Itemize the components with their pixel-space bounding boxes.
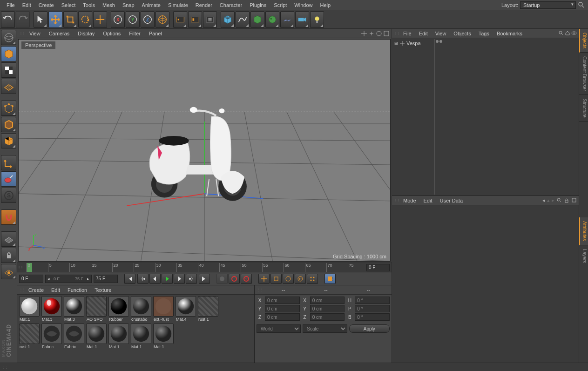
vp-maximize-icon[interactable] (383, 30, 390, 37)
end-frame-input[interactable] (94, 275, 118, 283)
add-camera-button[interactable] (295, 11, 309, 28)
perspective-viewport[interactable]: Perspective Grid Spacing : 1000 cm Y X Z (18, 39, 391, 262)
play-button[interactable] (162, 274, 173, 284)
material-item[interactable]: Mat.1 (153, 324, 174, 349)
material-item[interactable]: Mat.1 (19, 296, 40, 322)
attr-menu-mode[interactable]: Mode (399, 197, 420, 204)
eye-icon[interactable] (571, 30, 577, 37)
coord-value-input[interactable] (310, 305, 345, 312)
new-window-icon[interactable] (571, 197, 577, 204)
move-tool[interactable] (48, 11, 62, 28)
vp-menu-panel[interactable]: Panel (145, 30, 166, 37)
add-deformer-button[interactable] (265, 11, 279, 28)
autokey-button[interactable] (229, 274, 240, 284)
key-position-toggle[interactable] (258, 274, 270, 284)
grip-icon[interactable] (17, 265, 23, 270)
obj-menu-tags[interactable]: Tags (475, 30, 493, 37)
nav-up-icon[interactable]: ▴ (547, 197, 550, 203)
menu-file[interactable]: File (3, 1, 19, 9)
grip-icon[interactable] (394, 31, 399, 35)
nav-back-icon[interactable]: ◂ (542, 197, 545, 203)
menu-window[interactable]: Window (291, 1, 316, 9)
goto-start-button[interactable] (124, 274, 135, 284)
live-select-tool[interactable] (34, 11, 47, 28)
render-picture-viewer-button[interactable] (188, 11, 202, 28)
timeline-ruler[interactable]: 0 5 10 15 20 25 30 35 40 45 50 55 60 65 … (17, 263, 392, 272)
axis-mode-button[interactable] (1, 155, 16, 170)
grip-icon[interactable] (19, 288, 25, 292)
material-item[interactable]: Fabric - (63, 324, 85, 349)
vp-pan-icon[interactable] (361, 30, 367, 37)
y-axis-lock[interactable]: Y (126, 11, 140, 28)
add-spline-button[interactable] (236, 11, 250, 28)
goto-end-button[interactable] (199, 274, 210, 284)
menu-script[interactable]: Script (270, 1, 291, 9)
vp-zoom-icon[interactable] (368, 30, 375, 37)
timeline-range-slider[interactable]: ◂0 F75 F▸ (45, 275, 92, 283)
scale-tool[interactable] (63, 11, 77, 28)
add-generator-button[interactable] (250, 11, 264, 28)
object-name-label[interactable]: Vespa (406, 40, 421, 46)
add-light-button[interactable] (310, 11, 324, 28)
tab-structure[interactable]: Structure (579, 95, 588, 122)
redo-button[interactable] (16, 11, 30, 28)
obj-menu-objects[interactable]: Objects (450, 30, 474, 37)
coord-scale-dropdown[interactable]: Scale (303, 324, 347, 333)
material-item[interactable]: rust 1 (197, 296, 219, 322)
make-editable-button[interactable] (1, 30, 16, 45)
attr-menu-edit[interactable]: Edit (420, 197, 436, 204)
texture-mode-button[interactable] (1, 62, 16, 78)
tab-attributes[interactable]: Attributes (579, 217, 588, 245)
coord-system[interactable] (155, 11, 169, 28)
mat-menu-create[interactable]: Create (25, 286, 47, 294)
coord-value-input[interactable] (355, 297, 390, 304)
coord-world-dropdown[interactable]: World (257, 324, 301, 333)
tab-layers[interactable]: Layers (579, 245, 588, 267)
material-item[interactable]: rust 1 (19, 324, 40, 349)
vp-menu-cameras[interactable]: Cameras (45, 30, 74, 37)
soft-select-button[interactable] (1, 209, 16, 225)
material-item[interactable]: Rubber (108, 296, 129, 322)
nav-fwd-icon[interactable]: ▸ (552, 197, 554, 203)
record-button[interactable] (216, 274, 228, 284)
animation-mode-button[interactable] (324, 274, 336, 284)
menu-select[interactable]: Select (58, 1, 80, 9)
layout-dropdown[interactable]: Startup (520, 1, 576, 9)
mat-menu-edit[interactable]: Edit (47, 286, 64, 294)
home-icon[interactable] (565, 30, 570, 37)
menu-edit[interactable]: Edit (19, 1, 35, 9)
material-item[interactable]: AO SPO (86, 296, 107, 322)
menu-tools[interactable]: Tools (79, 1, 99, 9)
tab-content-browser[interactable]: Content Browser (579, 53, 588, 95)
coord-value-input[interactable] (355, 305, 390, 312)
coord-value-input[interactable] (265, 297, 300, 304)
material-item[interactable]: Fabric - (41, 324, 62, 349)
key-pla-toggle[interactable] (307, 274, 318, 284)
menu-mesh[interactable]: Mesh (99, 1, 119, 9)
obj-menu-edit[interactable]: Edit (415, 30, 432, 37)
obj-menu-view[interactable]: View (432, 30, 450, 37)
material-item[interactable]: Mat.1 (130, 324, 152, 349)
material-item[interactable]: Mat.3 (63, 296, 85, 322)
material-item[interactable]: Mat.1 (86, 324, 107, 349)
menu-simulate[interactable]: Simulate (164, 1, 192, 9)
planar-workplane-button[interactable] (1, 264, 16, 279)
workplane-snap-button[interactable] (1, 231, 16, 247)
prev-frame-button[interactable] (149, 274, 161, 284)
x-axis-lock[interactable]: X (111, 11, 125, 28)
menu-help[interactable]: Help (316, 1, 334, 9)
workplane-mode-button[interactable] (1, 79, 16, 94)
coord-value-input[interactable] (310, 313, 345, 321)
key-parameter-toggle[interactable]: P (295, 274, 306, 284)
search-icon[interactable] (558, 30, 564, 37)
material-item[interactable]: Mat.1 (108, 324, 129, 349)
menu-create[interactable]: Create (35, 1, 58, 9)
material-item[interactable]: Mat.4 (175, 296, 196, 322)
key-rotation-toggle[interactable] (283, 274, 294, 284)
polygons-mode-button[interactable] (1, 133, 16, 148)
locked-workplane-button[interactable] (1, 248, 16, 263)
vp-orbit-icon[interactable] (376, 30, 382, 37)
material-item[interactable]: Mat.3 (41, 296, 62, 322)
grip-icon[interactable] (257, 288, 262, 292)
material-item[interactable]: ext.-rust (153, 296, 174, 322)
